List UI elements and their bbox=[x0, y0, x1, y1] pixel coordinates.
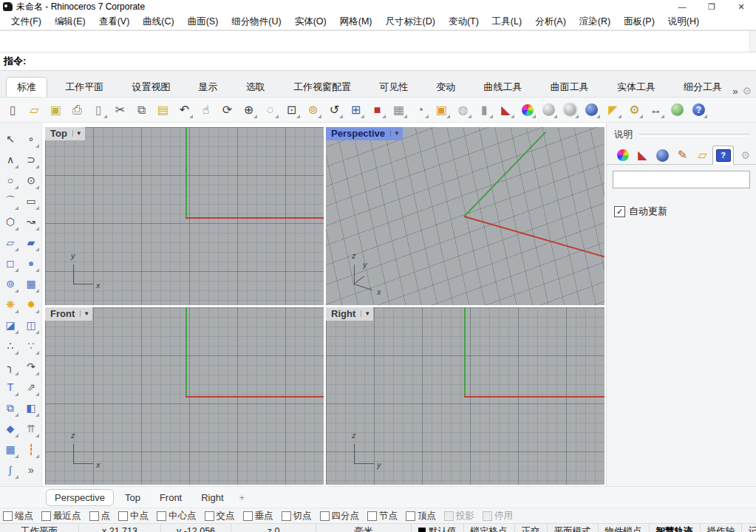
undo-view-icon[interactable]: ↺ bbox=[324, 100, 344, 120]
viewport-perspective[interactable]: Perspective ▼ z y x bbox=[326, 127, 605, 305]
osnap-checkbox[interactable] bbox=[320, 511, 330, 521]
viewport-perspective-title[interactable]: Perspective ▼ bbox=[326, 127, 403, 140]
flow-icon[interactable]: ∫ bbox=[1, 460, 20, 480]
point-cloud-icon[interactable]: ∵ bbox=[21, 335, 41, 356]
menu-item[interactable]: 编辑(E) bbox=[48, 16, 92, 28]
rotate-view-icon[interactable]: ⟳ bbox=[217, 100, 237, 120]
more-tools-icon[interactable]: » bbox=[21, 460, 41, 480]
panel-gear-icon[interactable]: ⚙ bbox=[740, 149, 753, 164]
surface-3pt-icon[interactable]: ▰ bbox=[21, 232, 41, 253]
toolbar-tab[interactable]: 实体工具 bbox=[607, 78, 666, 97]
print-icon[interactable]: ⎙ bbox=[67, 100, 87, 120]
viewport-tab[interactable]: Right bbox=[193, 490, 231, 505]
polygon-icon[interactable]: ⬡ bbox=[1, 211, 20, 232]
command-scrollbar[interactable] bbox=[749, 31, 756, 52]
viewport-right[interactable]: Right ▼ z y bbox=[326, 307, 605, 485]
osnap-checkbox[interactable] bbox=[3, 511, 13, 521]
help-search-input[interactable] bbox=[613, 171, 750, 188]
toolbar-tab[interactable]: 曲线工具 bbox=[474, 78, 533, 97]
zoom-icon[interactable]: ⊕ bbox=[239, 100, 259, 120]
viewport-right-title[interactable]: Right ▼ bbox=[326, 307, 373, 321]
earth-icon[interactable] bbox=[667, 100, 687, 120]
viewport-tab[interactable]: Front bbox=[151, 490, 190, 505]
trim-icon[interactable]: ◪ bbox=[1, 315, 20, 335]
osnap-item[interactable]: 节点 bbox=[367, 510, 398, 522]
osnap-item[interactable]: 中心点 bbox=[157, 510, 197, 522]
fillet-icon[interactable]: ╮ bbox=[1, 356, 20, 377]
osnap-checkbox[interactable] bbox=[41, 511, 51, 521]
osnap-checkbox[interactable] bbox=[243, 511, 253, 521]
boolean-union-icon[interactable]: ❋ bbox=[1, 294, 20, 315]
help-icon[interactable]: ? bbox=[689, 100, 709, 120]
toolbar-gear-icon[interactable]: ⚙ bbox=[742, 85, 752, 97]
text-icon[interactable]: T bbox=[1, 377, 20, 398]
osnap-item[interactable]: 点 bbox=[89, 510, 111, 522]
osnap-item[interactable]: 停用 bbox=[483, 510, 513, 522]
viewport-tab[interactable]: Perspective bbox=[46, 489, 114, 506]
status-segment[interactable]: z 0 bbox=[231, 524, 316, 532]
menu-item[interactable]: 曲面(S) bbox=[181, 16, 225, 28]
panel-tab-help[interactable]: ? bbox=[712, 146, 734, 165]
menu-item[interactable]: 网格(M) bbox=[333, 16, 379, 28]
toolbar-tab[interactable]: 设置视图 bbox=[121, 78, 180, 97]
toolbar-tab[interactable]: 显示 bbox=[188, 78, 228, 97]
copy-objects-icon[interactable]: ⧉ bbox=[1, 398, 20, 418]
panel-tab-display[interactable] bbox=[613, 146, 633, 164]
command-history[interactable] bbox=[0, 30, 756, 52]
osnap-item[interactable]: 四分点 bbox=[320, 510, 360, 522]
box-icon[interactable]: ◻ bbox=[1, 253, 20, 273]
select-icon[interactable]: ↖ bbox=[1, 129, 20, 149]
polyline-icon[interactable]: ∧ bbox=[1, 149, 20, 170]
tab-overflow-chevron[interactable]: » bbox=[732, 86, 738, 97]
display-mode-icon[interactable] bbox=[517, 100, 537, 120]
dimension-icon[interactable]: ↔ bbox=[646, 100, 666, 120]
zoom-window-icon[interactable]: ◌ bbox=[260, 100, 280, 120]
osnap-item[interactable]: 最近点 bbox=[41, 510, 81, 522]
status-segment[interactable]: 默认值 bbox=[412, 524, 464, 532]
toolbar-tab[interactable]: 细分工具 bbox=[673, 78, 732, 97]
array-icon[interactable]: ▦ bbox=[1, 439, 20, 460]
osnap-checkbox[interactable] bbox=[367, 511, 377, 521]
named-view-icon[interactable]: ■ bbox=[367, 100, 387, 120]
arc-icon[interactable]: ⌒ bbox=[1, 191, 20, 211]
menu-item[interactable]: 说明(H) bbox=[661, 16, 706, 28]
set-view-icon[interactable]: ◔ bbox=[410, 100, 430, 120]
open-file-icon[interactable]: ▱ bbox=[24, 100, 44, 120]
osnap-item[interactable]: 交点 bbox=[205, 510, 235, 522]
menu-item[interactable]: 查看(V) bbox=[92, 16, 137, 28]
viewport-menu-arrow-icon[interactable]: ▼ bbox=[390, 130, 400, 137]
viewport-menu-arrow-icon[interactable]: ▼ bbox=[72, 130, 82, 137]
command-input[interactable] bbox=[30, 53, 756, 69]
viewport-front-title[interactable]: Front ▼ bbox=[45, 307, 92, 321]
toolbar-tab[interactable]: 工作平面 bbox=[55, 78, 114, 97]
menu-item[interactable]: 变动(T) bbox=[442, 16, 486, 28]
close-button[interactable]: ✕ bbox=[726, 0, 756, 13]
viewport-top-title[interactable]: Top ▼ bbox=[45, 127, 85, 140]
menu-item[interactable]: 曲线(C) bbox=[136, 16, 180, 28]
zoom-selected-icon[interactable]: ⊚ bbox=[303, 100, 323, 120]
minimize-button[interactable]: — bbox=[667, 0, 697, 13]
status-segment[interactable]: 工作平面 bbox=[0, 524, 79, 532]
spotlight-icon[interactable]: ◤ bbox=[603, 100, 623, 120]
undo-icon[interactable]: ↶ bbox=[174, 100, 194, 120]
menu-item[interactable]: 文件(F) bbox=[4, 16, 48, 28]
panel-tab-layers[interactable]: ◣ bbox=[633, 146, 653, 164]
status-segment[interactable]: x 21.713 bbox=[79, 524, 161, 532]
curve-boolean-icon[interactable]: ∴ bbox=[1, 335, 20, 356]
rendered-viewport-icon[interactable] bbox=[560, 100, 580, 120]
mirror-icon[interactable]: ◧ bbox=[21, 398, 41, 418]
render-icon[interactable] bbox=[582, 100, 602, 120]
extend-icon[interactable]: ↷ bbox=[21, 356, 41, 377]
toolbar-tab[interactable]: 标准 bbox=[6, 77, 47, 97]
shaded-viewport-icon[interactable] bbox=[539, 100, 559, 120]
status-segment[interactable]: 物件锁点 bbox=[599, 524, 650, 532]
array-linear-icon[interactable]: ┆ bbox=[21, 439, 41, 460]
viewport-menu-arrow-icon[interactable]: ▼ bbox=[80, 310, 89, 317]
viewport-layout-icon[interactable]: ⊞ bbox=[346, 100, 366, 120]
circle-icon[interactable]: ○ bbox=[1, 170, 20, 191]
viewport-top[interactable]: Top ▼ y x bbox=[45, 127, 324, 305]
status-segment[interactable]: 记录建构历史 bbox=[742, 524, 756, 532]
move-scale-icon[interactable]: ⇗ bbox=[21, 377, 41, 398]
status-segment[interactable]: 毫米 bbox=[316, 524, 412, 532]
paste-icon[interactable]: ▤ bbox=[153, 100, 173, 120]
